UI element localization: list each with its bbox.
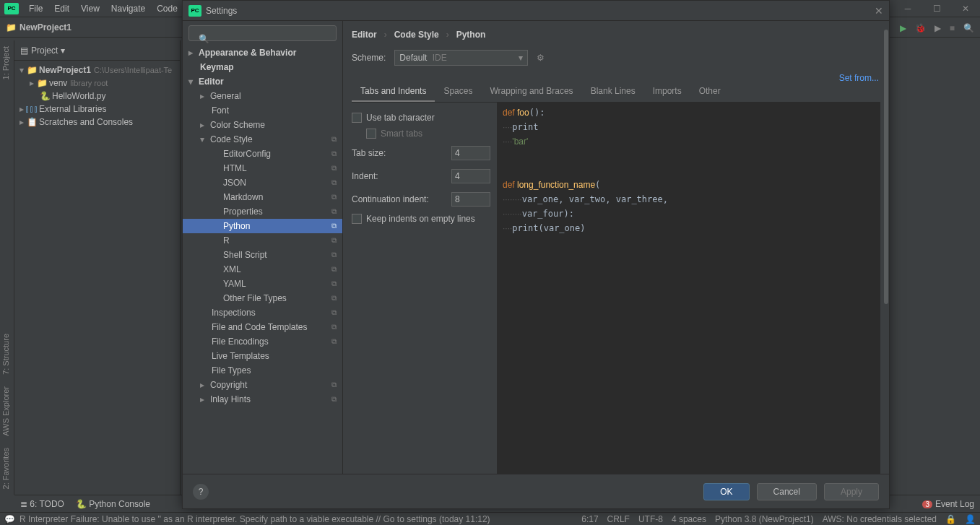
tree-python[interactable]: Python⧉ bbox=[183, 219, 342, 233]
menu-file[interactable]: File bbox=[23, 0, 48, 17]
close-button[interactable]: ✕ bbox=[951, 0, 980, 17]
run-coverage-icon[interactable]: ▶ bbox=[935, 23, 941, 33]
copy-icon: ⧉ bbox=[331, 381, 337, 389]
tree-copyright[interactable]: ▸Copyright⧉ bbox=[183, 378, 342, 392]
set-from-link[interactable]: Set from... bbox=[839, 73, 879, 83]
copy-icon: ⧉ bbox=[331, 178, 337, 187]
left-tool-tabs: 1: Project 7: Structure AWS Explorer 2: … bbox=[0, 40, 14, 495]
tree-code-style[interactable]: ▾Code Style⧉ bbox=[183, 132, 342, 147]
tree-json[interactable]: JSON⧉ bbox=[183, 175, 342, 190]
folder-icon: 📁 bbox=[26, 65, 38, 75]
project-panel-header[interactable]: ▤ Project ▾ bbox=[14, 40, 180, 61]
tree-properties[interactable]: Properties⧉ bbox=[183, 204, 342, 219]
tree-keymap[interactable]: Keymap bbox=[183, 60, 342, 74]
tree-general[interactable]: ▸General bbox=[183, 89, 342, 103]
menu-edit[interactable]: Edit bbox=[48, 0, 75, 17]
scheme-dropdown[interactable]: Default IDE bbox=[394, 50, 528, 66]
tree-inlay-hints[interactable]: ▸Inlay Hints⧉ bbox=[183, 392, 342, 407]
chevron-right-icon[interactable]: ▸ bbox=[27, 78, 36, 88]
dialog-titlebar: Settings ✕ bbox=[183, 1, 889, 21]
scratches-icon: 📋 bbox=[26, 117, 38, 127]
inspector-icon[interactable]: 👤 bbox=[965, 514, 976, 524]
menu-code[interactable]: Code bbox=[151, 0, 183, 17]
chevron-down-icon[interactable]: ▾ bbox=[61, 45, 65, 56]
maximize-button[interactable]: ☐ bbox=[922, 0, 951, 17]
tree-root[interactable]: ▾ 📁 NewProject1 C:\Users\Intellipaat-Te bbox=[14, 64, 180, 77]
chevron-right-icon[interactable]: ▸ bbox=[17, 117, 26, 127]
code-style-tabs: Tabs and Indents Spaces Wrapping and Bra… bbox=[352, 82, 880, 103]
chevron-down-icon[interactable]: ▾ bbox=[17, 65, 26, 75]
tree-r[interactable]: R⧉ bbox=[183, 233, 342, 248]
search-icon[interactable]: 🔍 bbox=[963, 23, 974, 33]
status-encoding[interactable]: UTF-8 bbox=[638, 514, 663, 524]
tree-color-scheme[interactable]: ▸Color Scheme bbox=[183, 118, 342, 132]
breadcrumb-code-style[interactable]: Code Style bbox=[394, 30, 439, 40]
tree-file[interactable]: 🐍 HelloWorld.py bbox=[14, 90, 180, 103]
status-indent[interactable]: 4 spaces bbox=[672, 514, 706, 524]
tree-appearance[interactable]: ▸Appearance & Behavior bbox=[183, 45, 342, 60]
tree-html[interactable]: HTML⧉ bbox=[183, 161, 342, 175]
run-icon[interactable]: ▶ bbox=[900, 23, 906, 33]
gear-icon[interactable]: ⚙ bbox=[537, 53, 545, 63]
tree-file-encodings[interactable]: File Encodings⧉ bbox=[183, 334, 342, 349]
tree-scratches[interactable]: ▸ 📋 Scratches and Consoles bbox=[14, 116, 180, 129]
tab-other[interactable]: Other bbox=[690, 82, 729, 102]
todo-button[interactable]: ≣ 6: TODO bbox=[20, 499, 64, 509]
cancel-button[interactable]: Cancel bbox=[757, 483, 817, 500]
tree-font[interactable]: Font bbox=[183, 103, 342, 118]
python-console-button[interactable]: 🐍 Python Console bbox=[76, 499, 150, 509]
event-log-button[interactable]: 3 Event Log bbox=[922, 499, 974, 509]
tree-shell[interactable]: Shell Script⧉ bbox=[183, 248, 342, 262]
right-tool-tabs bbox=[966, 40, 980, 495]
tool-tab-aws[interactable]: AWS Explorer bbox=[0, 381, 14, 442]
ok-button[interactable]: OK bbox=[703, 483, 749, 500]
indent-input[interactable] bbox=[451, 169, 490, 183]
tree-venv[interactable]: ▸ 📁 venv library root bbox=[14, 77, 180, 90]
keep-indents-checkbox[interactable] bbox=[352, 214, 362, 224]
status-message[interactable]: R Interpreter Failure: Unable to use '' … bbox=[19, 514, 490, 524]
tree-inspections[interactable]: Inspections⧉ bbox=[183, 305, 342, 320]
status-interpreter[interactable]: Python 3.8 (NewProject1) bbox=[715, 514, 814, 524]
use-tab-row[interactable]: Use tab character bbox=[352, 110, 490, 126]
tree-xml[interactable]: XML⧉ bbox=[183, 262, 342, 277]
status-aws[interactable]: AWS: No credentials selected bbox=[823, 514, 937, 524]
project-name[interactable]: NewProject1 bbox=[19, 22, 71, 32]
minimize-button[interactable]: ─ bbox=[893, 0, 922, 17]
breadcrumb-editor[interactable]: Editor bbox=[352, 30, 377, 40]
menu-navigate[interactable]: Navigate bbox=[105, 0, 151, 17]
tab-imports[interactable]: Imports bbox=[644, 82, 690, 102]
tree-other-file-types[interactable]: Other File Types⧉ bbox=[183, 291, 342, 305]
debug-icon[interactable]: 🐞 bbox=[915, 23, 926, 33]
tab-blank-lines[interactable]: Blank Lines bbox=[582, 82, 644, 102]
tree-markdown[interactable]: Markdown⧉ bbox=[183, 190, 342, 204]
tree-yaml[interactable]: YAML⧉ bbox=[183, 277, 342, 291]
copy-icon: ⧉ bbox=[331, 395, 337, 404]
stop-icon[interactable]: ■ bbox=[950, 23, 955, 33]
keep-indents-row[interactable]: Keep indents on empty lines bbox=[352, 211, 490, 227]
tree-external-libraries[interactable]: ▸ ⫿⫿⫿ External Libraries bbox=[14, 103, 180, 116]
breadcrumb-python[interactable]: Python bbox=[456, 30, 486, 40]
status-line-sep[interactable]: CRLF bbox=[607, 514, 630, 524]
tree-editorconfig[interactable]: EditorConfig⧉ bbox=[183, 147, 342, 161]
tree-live-templates[interactable]: Live Templates bbox=[183, 349, 342, 363]
tree-file-types[interactable]: File Types bbox=[183, 363, 342, 378]
tree-editor[interactable]: ▾Editor bbox=[183, 74, 342, 89]
dialog-close-button[interactable]: ✕ bbox=[875, 5, 883, 17]
settings-search-input[interactable] bbox=[188, 25, 337, 41]
help-button[interactable]: ? bbox=[193, 484, 209, 500]
tab-tabs-indents[interactable]: Tabs and Indents bbox=[352, 82, 435, 102]
tab-size-input[interactable] bbox=[451, 146, 490, 160]
tab-spaces[interactable]: Spaces bbox=[435, 82, 481, 102]
continuation-input[interactable] bbox=[451, 192, 490, 207]
tool-tab-structure[interactable]: 7: Structure bbox=[0, 328, 14, 381]
tool-tab-favorites[interactable]: 2: Favorites bbox=[0, 442, 14, 495]
tree-file-templates[interactable]: File and Code Templates⧉ bbox=[183, 320, 342, 334]
tool-tab-project[interactable]: 1: Project bbox=[0, 40, 14, 85]
apply-button[interactable]: Apply bbox=[824, 483, 879, 500]
use-tab-checkbox[interactable] bbox=[352, 113, 362, 123]
tab-wrapping[interactable]: Wrapping and Braces bbox=[481, 82, 581, 102]
status-bar: 💬 R Interpreter Failure: Unable to use '… bbox=[0, 512, 980, 525]
menu-view[interactable]: View bbox=[75, 0, 105, 17]
lock-icon[interactable]: 🔒 bbox=[945, 514, 956, 524]
status-cursor-pos[interactable]: 6:17 bbox=[581, 514, 598, 524]
